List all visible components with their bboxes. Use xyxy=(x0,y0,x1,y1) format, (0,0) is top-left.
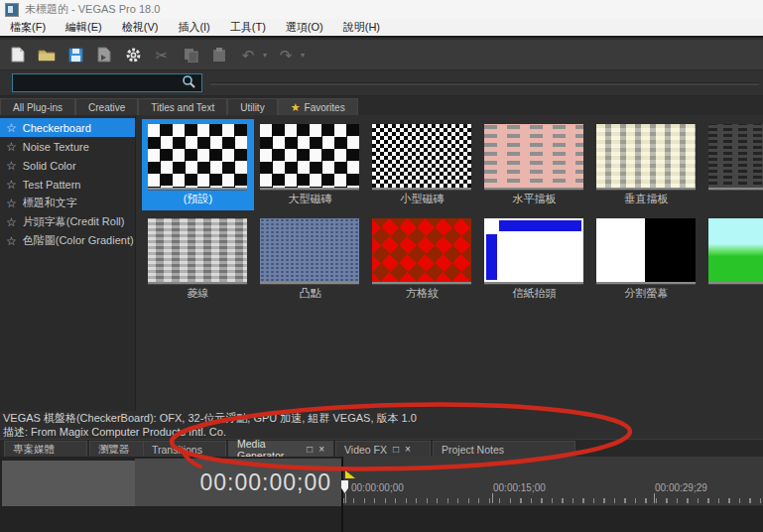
sidebar-item-credit-roll[interactable]: ☆ 片頭字幕(Credit Roll) xyxy=(0,212,135,231)
dock-divider xyxy=(210,82,759,85)
search-icon xyxy=(182,74,195,92)
favorite-star-icon[interactable]: ☆ xyxy=(6,178,17,192)
menu-view[interactable]: 檢視(V) xyxy=(112,20,169,35)
track-list-header[interactable] xyxy=(2,461,135,506)
title-bar: 未標題的 - VEGAS Pro 18.0 xyxy=(0,0,763,19)
preset-grid: (預設) 大型磁磚 小型磁磚 水平擋板 垂直擋板 菱線 凸點 方格紋 xyxy=(136,115,763,411)
preset-thumbnail xyxy=(484,218,583,282)
preset-thumbnail xyxy=(260,218,359,282)
sidebar-item-test-pattern[interactable]: ☆ Test Pattern xyxy=(0,175,135,194)
sidebar-item-titles-text[interactable]: ☆ 標題和文字 xyxy=(0,194,135,212)
paste-icon[interactable] xyxy=(209,45,229,65)
favorite-star-icon[interactable]: ☆ xyxy=(6,121,17,135)
favorite-star-icon[interactable]: ☆ xyxy=(6,140,17,154)
generator-list: ☆ Checkerboard ☆ Noise Texture ☆ Solid C… xyxy=(0,115,136,411)
playhead-cursor-icon[interactable] xyxy=(341,480,348,493)
dock-tab-bar: 專案媒體 瀏覽器 Transitions Media Generator □ ×… xyxy=(0,439,763,457)
project-properties-gear-icon[interactable] xyxy=(123,45,143,65)
render-as-icon[interactable] xyxy=(94,45,114,65)
redo-icon[interactable]: ↷ xyxy=(276,45,296,65)
menu-options[interactable]: 選項(O) xyxy=(276,20,333,35)
tab-project-media[interactable]: 專案媒體 xyxy=(4,441,87,457)
menu-tools[interactable]: 工具(T) xyxy=(220,20,276,35)
preset-letterhead[interactable]: 信紙抬頭 xyxy=(478,213,590,305)
tab-video-fx[interactable]: Video FX □ × xyxy=(335,441,431,457)
preset-split-screen[interactable]: 分割螢幕 xyxy=(590,213,702,305)
plugin-info-line1: VEGAS 棋盤格(CheckerBoard): OFX, 32-位元浮點, G… xyxy=(3,411,763,425)
copy-icon[interactable] xyxy=(181,45,200,65)
preset-small-tiles[interactable]: 小型磁磚 xyxy=(366,119,478,210)
menu-insert[interactable]: 插入(I) xyxy=(168,20,219,35)
sidebar-item-color-gradient[interactable]: ☆ 色階圖(Color Gradient) xyxy=(0,231,135,250)
search-row xyxy=(0,70,763,96)
tab-media-generator[interactable]: Media Generator □ × xyxy=(228,441,333,457)
ruler-ticks xyxy=(343,498,763,503)
undo-dropdown-icon[interactable]: ▾ xyxy=(263,51,267,60)
sidebar-item-checkerboard[interactable]: ☆ Checkerboard xyxy=(0,118,135,137)
tab-favorites[interactable]: ★ Favorites xyxy=(278,98,358,115)
preset-thumbnail xyxy=(148,218,247,282)
save-project-icon[interactable] xyxy=(65,45,85,65)
timeline-ruler[interactable]: 00:00:00;00 00:00:15;00 00:00:29;29 xyxy=(343,457,763,506)
undo-icon[interactable]: ↶ xyxy=(238,45,258,65)
preset-horizontal-blinds[interactable]: 水平擋板 xyxy=(478,119,590,210)
window-title: 未標題的 - VEGAS Pro 18.0 xyxy=(25,2,160,17)
menu-help[interactable]: 說明(H) xyxy=(333,20,390,35)
preset-thumbnail xyxy=(372,218,471,282)
restore-window-icon[interactable]: □ xyxy=(393,444,399,455)
menu-file[interactable]: 檔案(F) xyxy=(0,20,56,35)
cut-icon[interactable]: ✂ xyxy=(152,45,172,65)
search-input[interactable] xyxy=(12,73,202,92)
preset-checkered[interactable]: 方格紋 xyxy=(366,213,478,305)
preset-diamond-lines[interactable]: 菱線 xyxy=(142,213,254,305)
tab-titles-and-text[interactable]: Titles and Text xyxy=(138,98,227,115)
favorite-star-icon[interactable]: ☆ xyxy=(6,234,17,248)
timeline-area: 00:00:00;00 00:00:00;00 00:00:15;00 00:0… xyxy=(0,457,763,532)
close-icon[interactable]: × xyxy=(318,444,324,455)
vegas-pro-window: 未標題的 - VEGAS Pro 18.0 檔案(F) 編輯(E) 檢視(V) … xyxy=(0,0,763,532)
preset-thumbnail xyxy=(484,124,583,188)
preset-thumbnail xyxy=(708,218,763,282)
sidebar-item-solid-color[interactable]: ☆ Solid Color xyxy=(0,156,135,175)
open-project-icon[interactable] xyxy=(37,45,57,65)
favorite-star-icon[interactable]: ☆ xyxy=(6,197,17,210)
favorite-star-icon[interactable]: ☆ xyxy=(6,215,17,229)
main-toolbar: ✂ ↶ ▾ ↷ ▾ xyxy=(0,40,763,70)
app-icon xyxy=(5,3,19,17)
menu-edit[interactable]: 編輯(E) xyxy=(56,20,112,35)
favorites-star-icon: ★ xyxy=(291,101,301,114)
preset-bumps[interactable]: 凸點 xyxy=(254,213,366,305)
preset-thumbnail xyxy=(708,124,763,188)
menu-bar: 檔案(F) 編輯(E) 檢視(V) 插入(I) 工具(T) 選項(O) 說明(H… xyxy=(0,19,763,38)
restore-window-icon[interactable]: □ xyxy=(307,444,313,455)
timecode-display[interactable]: 00:00:00;00 xyxy=(135,459,341,506)
preset-large-tiles[interactable]: 大型磁磚 xyxy=(254,119,366,210)
preset-thumbnail xyxy=(596,124,696,188)
tab-project-notes[interactable]: Project Notes xyxy=(433,441,575,457)
redo-dropdown-icon[interactable]: ▾ xyxy=(301,51,305,60)
close-icon[interactable]: × xyxy=(405,444,411,455)
plugin-info-line2: 描述: From Magix Computer Products Intl. C… xyxy=(3,425,763,439)
loop-marker-icon[interactable] xyxy=(345,470,355,478)
tab-creative[interactable]: Creative xyxy=(75,98,138,115)
preset-thumbnail xyxy=(148,124,247,188)
favorite-star-icon[interactable]: ☆ xyxy=(6,159,17,173)
plugin-tab-bar: All Plug-ins Creative Titles and Text Ut… xyxy=(0,96,763,115)
sidebar-item-noise-texture[interactable]: ☆ Noise Texture xyxy=(0,137,135,156)
preset-partial-1[interactable] xyxy=(702,119,763,210)
preset-default[interactable]: (預設) xyxy=(142,119,254,210)
plugin-info: VEGAS 棋盤格(CheckerBoard): OFX, 32-位元浮點, G… xyxy=(0,411,763,439)
tab-utility[interactable]: Utility xyxy=(227,98,277,115)
preset-partial-2[interactable] xyxy=(702,213,763,305)
tab-all-plugins[interactable]: All Plug-ins xyxy=(0,98,75,115)
preset-thumbnail xyxy=(596,218,696,282)
new-project-icon[interactable] xyxy=(8,45,28,65)
tab-transitions[interactable]: Transitions xyxy=(143,441,226,457)
preset-thumbnail xyxy=(260,124,359,188)
preset-vertical-blinds[interactable]: 垂直擋板 xyxy=(590,119,702,210)
preset-thumbnail xyxy=(372,124,471,188)
